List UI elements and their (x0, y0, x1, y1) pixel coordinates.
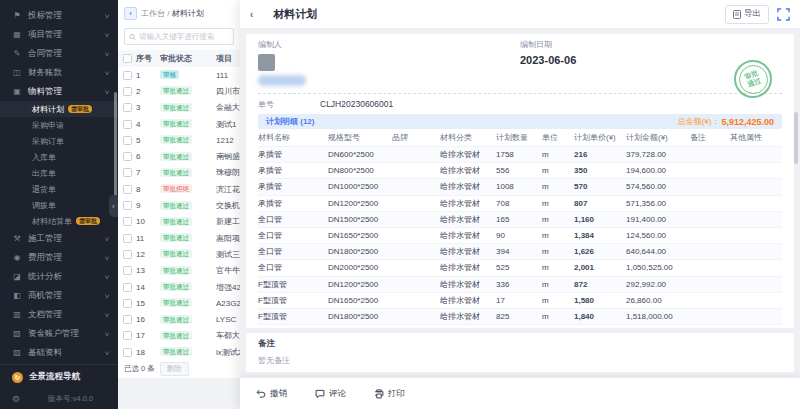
detail-table-row[interactable]: 全口管DN1500*2500给排水管材165m1,160191,400.00 (258, 211, 782, 227)
search-input[interactable] (139, 32, 229, 41)
status-badge: 审批通过 (160, 298, 192, 307)
sidebar-item-bid[interactable]: ⚑投标管理∨ (0, 6, 118, 25)
list-row[interactable]: 18审批通过lx测试2 (118, 344, 240, 360)
row-checkbox[interactable] (123, 331, 132, 340)
row-checkbox[interactable] (123, 168, 132, 177)
row-checkbox[interactable] (123, 299, 132, 308)
list-row[interactable]: 15审批通过A23G2511 (118, 295, 240, 311)
list-row[interactable]: 16审批通过LYSC (118, 311, 240, 327)
row-checkbox[interactable] (123, 201, 132, 210)
back-button[interactable]: ‹ (124, 7, 137, 20)
panel-back-button[interactable]: ‹ (250, 9, 253, 20)
list-row[interactable]: 7审批通过珠穆朗玛峰 (118, 165, 240, 181)
sidebar-item-material-settlement[interactable]: 材料结算单需审批 (0, 213, 118, 229)
detail-table-row[interactable]: 承插管DN1200*2500给排水管材708m807571,356.00 (258, 195, 782, 211)
list-row[interactable]: 10审批通过新建工程-刘 (118, 214, 240, 230)
detail-table-row[interactable]: 全口管DN1800*2500给排水管材394m1,626640,644.00 (258, 243, 782, 259)
chevron-down-icon: ∨ (104, 12, 110, 19)
sidebar-item-material[interactable]: ▣物料管理∨ (0, 82, 118, 101)
row-checkbox[interactable] (123, 250, 132, 259)
detail-table-row[interactable]: 承插管DN600*2500给排水管材1758m216379,728.00 (258, 146, 782, 162)
list-row[interactable]: 6审批通过南钢盛达大厦 (118, 148, 240, 164)
list-row[interactable]: 1审核111 (118, 67, 240, 83)
chevron-down-icon: ∨ (104, 88, 110, 95)
row-checkbox[interactable] (123, 136, 132, 145)
detail-table-row[interactable]: 全口管DN1650*2500给排水管材90m1,384124,560.00 (258, 227, 782, 243)
sidebar-item-flow-nav[interactable]: ↻ 全景流程导航 (0, 365, 118, 389)
detail-table-row[interactable]: 承插管DN1000*2500给排水管材1008m570574,560.00 (258, 178, 782, 194)
detail-table-row[interactable]: F型顶管DN1650*2500给排水管材17m1,58026,860.00 (258, 292, 782, 308)
sidebar-item-material-plan[interactable]: 材料计划需审批 (0, 101, 118, 117)
sidebar-scrollbar[interactable] (114, 92, 117, 212)
row-checkbox[interactable] (123, 315, 132, 324)
sidebar-item-base-data[interactable]: ▨基础资料∨ (0, 343, 118, 362)
chevron-down-icon: ∨ (104, 235, 110, 242)
detail-table-row[interactable]: F型顶管DN1200*2500给排水管材336m872292,992.00 (258, 276, 782, 292)
list-row[interactable]: 14审批通过增强425 (118, 279, 240, 295)
row-checkbox[interactable] (123, 234, 132, 243)
sidebar-item-purchase-order[interactable]: 采购订单 (0, 133, 118, 149)
delete-button[interactable]: 删除 (160, 362, 189, 376)
breadcrumb-root[interactable]: 工作台 (141, 9, 165, 18)
detail-table-row[interactable]: F型顶管DN2000*2500给排水管材140m2,480347,200.00 (258, 324, 782, 328)
sidebar-item-project[interactable]: ▦项目管理∨ (0, 25, 118, 44)
row-checkbox[interactable] (123, 120, 132, 129)
search-box[interactable] (124, 28, 234, 45)
row-checkbox[interactable] (123, 71, 132, 80)
row-checkbox[interactable] (123, 185, 132, 194)
row-checkbox[interactable] (123, 103, 132, 112)
detail-cell: DN600*2500 (328, 150, 392, 159)
sidebar-item-stats[interactable]: ◪统计分析∨ (0, 267, 118, 286)
creator-name-redacted (258, 75, 306, 86)
sidebar-item-purchase-request[interactable]: 采购申请 (0, 117, 118, 133)
list-row[interactable]: 3审批通过金融大厦采购 (118, 100, 240, 116)
gear-icon[interactable]: ⚙ (12, 394, 20, 404)
row-checkbox[interactable] (123, 217, 132, 226)
undo-button[interactable]: 撤销 (256, 388, 287, 400)
print-button[interactable]: 打印 (374, 388, 405, 400)
row-checkbox[interactable] (123, 152, 132, 161)
detail-table-row[interactable]: 承插管DN800*2500给排水管材556m350194,600.00 (258, 162, 782, 178)
sidebar-item-expense[interactable]: ◉费用管理∨ (0, 248, 118, 267)
row-checkbox[interactable] (123, 87, 132, 96)
sidebar-item-label: 财务账款 (28, 67, 62, 79)
select-all-checkbox[interactable] (123, 54, 132, 63)
list-row[interactable]: 4审批通过测试1 (118, 116, 240, 132)
sidebar-item-inbound[interactable]: 入库单 (0, 149, 118, 165)
list-row[interactable]: 5审批通过1212 (118, 132, 240, 148)
list-row[interactable]: 17审批通过车都大厦 (118, 328, 240, 344)
sidebar-item-finance[interactable]: ◫财务账款∨ (0, 63, 118, 82)
row-checkbox[interactable] (123, 266, 132, 275)
list-row[interactable]: 12审批通过测试三环路 (118, 246, 240, 262)
sidebar-item-transfer[interactable]: 调拨单 (0, 197, 118, 213)
detail-column-header: 材料分类 (440, 132, 496, 143)
row-index: 3 (136, 103, 160, 112)
sidebar-item-construction[interactable]: ⚒施工管理∨ (0, 229, 118, 248)
sidebar-item-funds[interactable]: ▧资金账户管理∨ (0, 324, 118, 343)
status-badge: 审批通过 (160, 119, 192, 128)
detail-scrollbar[interactable] (794, 112, 798, 164)
detail-table-row[interactable]: F型顶管DN1800*2500给排水管材825m1,8401,518,000.0… (258, 308, 782, 324)
sidebar-collapse-handle[interactable]: ‹ (109, 195, 118, 217)
list-row[interactable]: 9审批通过交换机 (118, 197, 240, 213)
list-row[interactable]: 11审批通过惠阳项目 (118, 230, 240, 246)
list-row[interactable]: 8审批拒绝滨江花城10号 (118, 181, 240, 197)
export-button[interactable]: 导出 (725, 5, 769, 24)
row-checkbox[interactable] (123, 348, 132, 357)
fullscreen-icon[interactable] (777, 8, 790, 21)
row-index: 8 (136, 185, 160, 194)
row-checkbox[interactable] (123, 283, 132, 292)
comment-button[interactable]: 评论 (315, 388, 346, 400)
sidebar-item-opportunity[interactable]: ◧商机管理∨ (0, 286, 118, 305)
sidebar-item-outbound[interactable]: 出库单 (0, 165, 118, 181)
tab-plan-detail[interactable]: 计划明细 (12) (266, 116, 314, 127)
detail-table-row[interactable]: 全口管DN2000*2500给排水管材525m2,0011,050,525.00 (258, 259, 782, 275)
detail-cell: 全口管 (258, 230, 328, 241)
list-row[interactable]: 2审批通过四川市政项目 (118, 83, 240, 99)
status-badge: 审批通过 (160, 347, 192, 356)
sidebar-item-docs[interactable]: ▥文档管理∨ (0, 305, 118, 324)
detail-cell: 336 (496, 280, 542, 289)
list-row[interactable]: 13审批通过官牛牛 (118, 263, 240, 279)
sidebar-item-return[interactable]: 退货单 (0, 181, 118, 197)
sidebar-item-contract[interactable]: ✎合同管理∨ (0, 44, 118, 63)
